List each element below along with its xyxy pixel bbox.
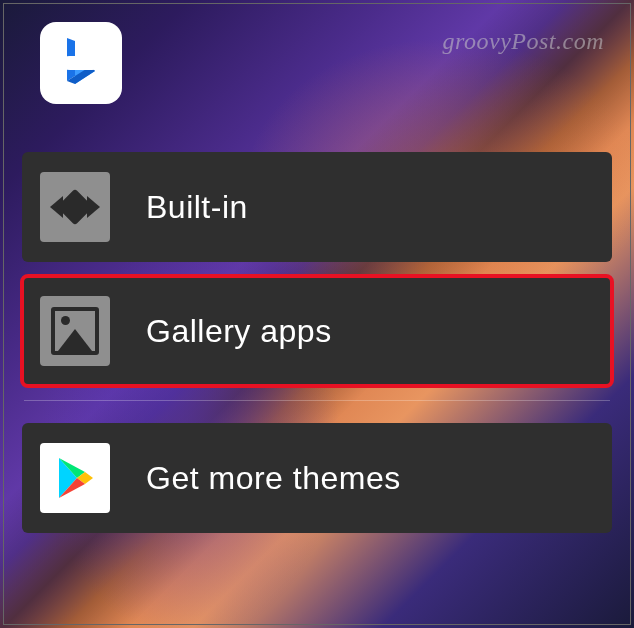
builtin-icon [40,172,110,242]
menu-item-gallery-apps[interactable]: Gallery apps [22,276,612,386]
menu-item-label: Built-in [146,189,248,226]
play-store-icon [40,443,110,513]
menu-divider [24,400,610,401]
gallery-icon [40,296,110,366]
watermark-text: groovyPost.com [443,28,604,55]
menu-item-label: Get more themes [146,460,401,497]
menu-item-built-in[interactable]: Built-in [22,152,612,262]
menu-item-get-more-themes[interactable]: Get more themes [22,423,612,533]
theme-source-menu: Built-in Gallery apps Get more themes [22,152,612,547]
bing-app-tile[interactable] [40,22,122,104]
bing-icon [57,36,105,90]
menu-item-label: Gallery apps [146,313,332,350]
